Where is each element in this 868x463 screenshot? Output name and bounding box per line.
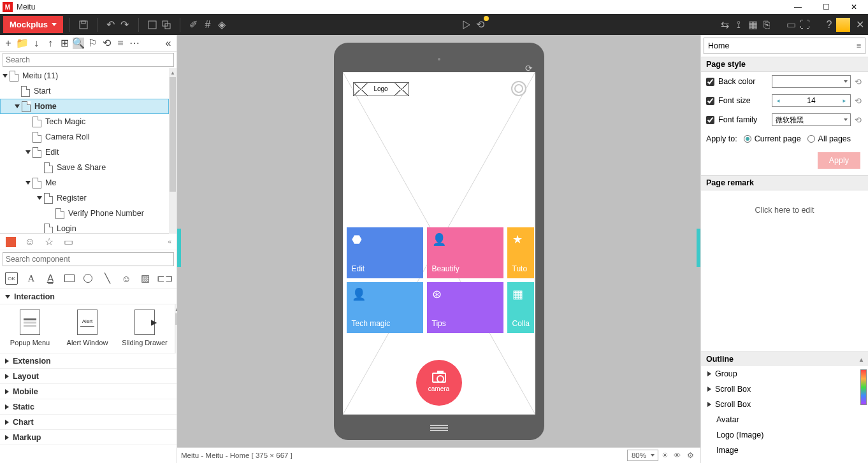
tile-collage[interactable]: ▦Colla <box>507 282 534 333</box>
outline-scrollbox-2[interactable]: Scroll Box <box>701 397 868 412</box>
maximize-button[interactable]: ☐ <box>812 0 840 14</box>
tree-root[interactable]: Meitu (11) <box>0 68 169 83</box>
outline-group[interactable]: Group <box>701 366 868 381</box>
close-panel-icon[interactable]: ✕ <box>853 18 867 32</box>
tree-page-techmagic[interactable]: Tech Magic <box>0 114 169 129</box>
save-icon[interactable] <box>76 18 90 32</box>
format-painter-icon[interactable]: ✐ <box>187 18 201 32</box>
section-markup[interactable]: Markup <box>0 430 177 445</box>
redo-icon[interactable]: ↷ <box>118 18 132 32</box>
tree-page-saveshare[interactable]: Save & Share <box>0 160 169 175</box>
reset-font-family-icon[interactable]: ⟲ <box>855 115 862 125</box>
flag-icon[interactable]: ⚐ <box>87 38 98 49</box>
collapse-components-icon[interactable]: « <box>168 238 171 245</box>
smiley-component-icon[interactable]: ☺ <box>120 272 132 285</box>
masters-tab-icon[interactable]: ▭ <box>62 236 74 248</box>
settings-icon[interactable]: ⚙ <box>684 451 697 460</box>
minimize-button[interactable]: — <box>784 0 812 14</box>
outline-image[interactable]: Image <box>701 443 868 458</box>
section-interaction[interactable]: Interaction <box>0 289 177 304</box>
font-size-stepper[interactable]: 14 <box>772 94 851 107</box>
search-tool-icon[interactable]: 🔍 <box>73 38 84 49</box>
favorites-tab-icon[interactable]: ☆ <box>43 236 55 248</box>
premium-crown-icon[interactable] <box>836 18 850 32</box>
ungroup-icon[interactable] <box>159 18 173 32</box>
back-color-picker[interactable] <box>772 75 851 88</box>
font-size-checkbox[interactable] <box>706 97 714 105</box>
components-tab-icon[interactable] <box>5 236 17 248</box>
collapse-outline-icon[interactable]: ▴ <box>860 356 863 363</box>
close-button[interactable]: ✕ <box>840 0 868 14</box>
right-drawer-handle[interactable] <box>697 229 700 267</box>
link-component-icon[interactable]: A̲ <box>45 272 56 285</box>
section-extension[interactable]: Extension <box>0 353 177 369</box>
tree-page-verify[interactable]: Verify Phone Number <box>0 206 169 221</box>
play-icon[interactable] <box>459 18 473 32</box>
section-mobile[interactable]: Mobile <box>0 384 177 399</box>
toggle-component-icon[interactable]: ⊏⊐ <box>159 272 171 285</box>
tree-page-login[interactable]: Login <box>0 221 169 234</box>
sliding-drawer-component[interactable]: ▶ Sliding Drawer <box>117 310 172 346</box>
radio-all-pages[interactable]: All pages <box>807 134 851 143</box>
camera-button[interactable]: camera <box>416 360 462 406</box>
zoom-selector[interactable]: 80% <box>627 450 658 461</box>
avatar-placeholder[interactable] <box>511 81 526 96</box>
list-icon[interactable]: ≡ <box>115 38 126 49</box>
new-page-icon[interactable]: ⎘ <box>760 18 774 32</box>
undo-icon[interactable]: ↶ <box>104 18 118 32</box>
tile-edit[interactable]: ⬣Edit <box>347 227 423 278</box>
reset-back-color-icon[interactable]: ⟲ <box>855 77 862 87</box>
font-family-select[interactable]: 微软雅黑 <box>772 113 851 126</box>
export-icon[interactable]: ⇆ <box>718 18 732 32</box>
line-component-icon[interactable]: ╲ <box>101 272 113 285</box>
emoji-tab-icon[interactable]: ☺ <box>24 236 36 248</box>
component-search[interactable] <box>3 252 174 266</box>
apply-button[interactable]: Apply <box>818 152 860 169</box>
tree-page-edit[interactable]: Edit <box>0 145 169 160</box>
page-remark-input[interactable]: Click here to edit <box>701 190 868 230</box>
tile-tutorial[interactable]: ★Tuto <box>507 227 534 278</box>
tree-page-cameraroll[interactable]: Camera Roll <box>0 129 169 145</box>
color-strip-icon[interactable] <box>860 369 867 405</box>
brand-menu[interactable]: Mockplus <box>3 16 63 33</box>
rectangle-component-icon[interactable] <box>64 272 75 285</box>
outline-avatar[interactable]: Avatar <box>701 412 868 427</box>
help-icon[interactable]: ? <box>822 18 836 32</box>
circle-component-icon[interactable] <box>83 272 94 285</box>
grid-icon[interactable]: # <box>201 18 215 32</box>
group-icon[interactable] <box>145 18 159 32</box>
back-color-checkbox[interactable] <box>706 78 714 86</box>
alert-window-component[interactable]: Alert Alert Window <box>60 310 115 346</box>
tree-scrollbar[interactable]: ▲ <box>169 68 177 234</box>
reset-font-size-icon[interactable]: ⟲ <box>855 96 862 106</box>
rotate-icon[interactable]: ◈ <box>215 18 229 32</box>
history-icon[interactable]: ⟲ <box>101 38 112 49</box>
flow-icon[interactable]: ⊞ <box>59 38 70 49</box>
add-page-icon[interactable]: + <box>3 38 14 49</box>
tree-page-home[interactable]: Home <box>0 99 169 114</box>
canvas[interactable]: ⟳ Logo ⬣Edit 👤Beautify ★Tuto 👤Tech magic… <box>177 35 700 447</box>
font-family-checkbox[interactable] <box>706 116 714 124</box>
fullscreen-icon[interactable]: ⛶ <box>798 18 812 32</box>
tile-tips[interactable]: ⊛Tips <box>427 282 503 333</box>
tree-page-me[interactable]: Me <box>0 175 169 190</box>
page-selector[interactable]: Home <box>704 38 865 54</box>
preview-icon[interactable]: 👁 <box>671 452 684 459</box>
share-icon[interactable]: ⟟ <box>732 18 746 32</box>
image-component-icon[interactable]: ▨ <box>140 272 151 285</box>
tile-techmagic[interactable]: 👤Tech magic <box>347 282 423 333</box>
section-static[interactable]: Static <box>0 399 177 415</box>
page-search[interactable] <box>3 53 174 67</box>
left-drawer-handle[interactable] <box>177 229 181 267</box>
brightness-icon[interactable]: ☀ <box>658 451 671 460</box>
device-icon[interactable]: ▭ <box>784 18 798 32</box>
popup-menu-component[interactable]: Popup Menu <box>3 310 57 346</box>
logo-placeholder[interactable]: Logo <box>353 82 409 96</box>
tree-page-register[interactable]: Register <box>0 190 169 206</box>
up-arrow-icon[interactable]: ↑ <box>45 38 56 49</box>
sync-icon[interactable]: ⟲ <box>473 18 487 32</box>
outline-logo[interactable]: Logo (Image) <box>701 427 868 443</box>
grid-view-icon[interactable]: ▦ <box>746 18 760 32</box>
folder-icon[interactable]: 📁 <box>17 38 28 49</box>
page-search-input[interactable] <box>6 55 171 64</box>
